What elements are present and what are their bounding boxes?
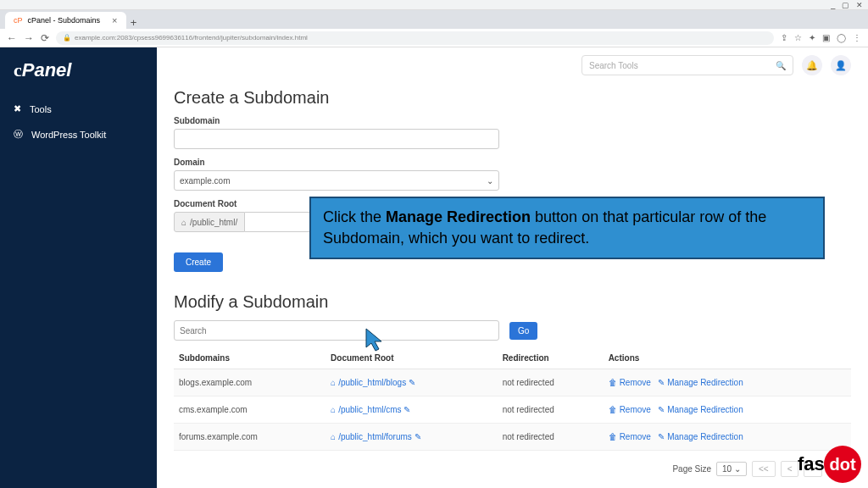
col-redirection: Redirection [498, 347, 604, 369]
subdomain-table: Subdomains Document Root Redirection Act… [174, 347, 851, 451]
bell-icon[interactable]: 🔔 [802, 55, 822, 75]
domain-select[interactable]: example.com ⌄ [174, 170, 499, 191]
star-icon[interactable]: ☆ [794, 33, 802, 42]
home-icon: ⌂ [181, 218, 186, 227]
minimize-icon[interactable]: ⎯ [831, 1, 835, 9]
window-controls: ⎯ ▢ ✕ [0, 0, 868, 10]
pencil-icon: ✎ [658, 405, 665, 414]
sidebar-item-wordpress[interactable]: ⓦ WordPress Toolkit [0, 121, 157, 147]
page-size-select[interactable]: 10 ⌄ [716, 462, 747, 476]
home-icon: ⌂ [331, 432, 336, 441]
page-first[interactable]: << [752, 461, 776, 477]
tab-title: cPanel - Subdomains [28, 16, 101, 25]
cell-redirection: not redirected [498, 369, 604, 396]
cell-subdomain: forums.example.com [174, 424, 326, 451]
tools-icon: ✖ [14, 103, 21, 114]
edit-icon[interactable]: ✎ [415, 432, 421, 441]
pencil-icon: ✎ [658, 432, 665, 441]
trash-icon: 🗑 [609, 432, 617, 441]
browser-tab[interactable]: cP cPanel - Subdomains × [5, 12, 126, 29]
subdomain-input[interactable] [174, 129, 499, 149]
remove-link[interactable]: 🗑Remove [609, 432, 651, 441]
col-subdomains: Subdomains [174, 347, 326, 369]
table-row: forums.example.com ⌂/public_html/forums … [174, 424, 851, 451]
chevron-down-icon: ⌄ [487, 176, 493, 186]
back-icon[interactable]: ← [7, 32, 17, 44]
share-icon[interactable]: ⇪ [781, 33, 787, 42]
subdomain-label: Subdomain [174, 116, 851, 125]
modify-search-input[interactable] [174, 320, 499, 341]
instruction-callout: Click the Manage Redirection button on t… [309, 197, 825, 259]
page-prev[interactable]: < [781, 461, 799, 477]
cell-redirection: not redirected [498, 424, 604, 451]
docroot-link[interactable]: ⌂/public_html/forums [331, 432, 412, 441]
forward-icon[interactable]: → [24, 32, 34, 44]
manage-redirection-link[interactable]: ✎Manage Redirection [658, 378, 743, 387]
tab-bar: cP cPanel - Subdomains × + [0, 10, 868, 29]
pencil-icon: ✎ [658, 378, 665, 387]
extension-icon[interactable]: ✦ [809, 33, 815, 42]
url-text: example.com:2083/cpsess9699636116/fronte… [75, 34, 308, 42]
manage-redirection-link[interactable]: ✎Manage Redirection [658, 432, 743, 441]
table-row: cms.example.com ⌂/public_html/cms ✎ not … [174, 396, 851, 424]
home-icon: ⌂ [331, 378, 336, 387]
maximize-icon[interactable]: ▢ [842, 1, 849, 9]
wordpress-icon: ⓦ [14, 128, 23, 141]
search-icon: 🔍 [776, 61, 786, 70]
address-bar: ← → ⟳ 🔒 example.com:2083/cpsess969963611… [0, 29, 868, 47]
profile-icon[interactable]: ◯ [837, 33, 846, 42]
close-icon[interactable]: ✕ [856, 1, 863, 9]
go-button[interactable]: Go [509, 322, 537, 340]
sidebar-label: WordPress Toolkit [31, 130, 106, 140]
remove-link[interactable]: 🗑Remove [609, 378, 651, 387]
create-heading: Create a Subdomain [174, 88, 851, 108]
trash-icon: 🗑 [609, 378, 617, 387]
sidebar: Panel ✖ Tools ⓦ WordPress Toolkit [0, 47, 157, 488]
fastdot-watermark: fast dot [798, 446, 861, 483]
user-icon[interactable]: 👤 [831, 55, 851, 75]
col-actions: Actions [604, 347, 851, 369]
lock-icon: 🔒 [63, 34, 71, 42]
home-icon: ⌂ [331, 405, 336, 414]
tab-close-icon[interactable]: × [112, 15, 117, 25]
menu-icon[interactable]: ⋮ [853, 33, 861, 42]
create-button[interactable]: Create [174, 252, 223, 272]
trash-icon: 🗑 [609, 405, 617, 414]
cell-subdomain: blogs.example.com [174, 369, 326, 396]
docroot-link[interactable]: ⌂/public_html/blogs [331, 378, 406, 387]
new-tab-button[interactable]: + [126, 16, 142, 29]
edit-icon[interactable]: ✎ [403, 405, 410, 414]
docroot-prefix: ⌂ /public_html/ [174, 212, 245, 232]
table-row: blogs.example.com ⌂/public_html/blogs ✎ … [174, 369, 851, 396]
cpanel-logo: Panel [0, 59, 157, 97]
reload-icon[interactable]: ⟳ [41, 32, 49, 44]
edit-icon[interactable]: ✎ [409, 378, 415, 387]
pagination: Page Size 10 ⌄ << < > >> [174, 461, 851, 477]
manage-redirection-link[interactable]: ✎Manage Redirection [658, 405, 743, 414]
domain-label: Domain [174, 158, 851, 167]
sidebar-label: Tools [30, 104, 52, 114]
cell-subdomain: cms.example.com [174, 396, 326, 424]
docroot-link[interactable]: ⌂/public_html/cms [331, 405, 402, 414]
remove-link[interactable]: 🗑Remove [609, 405, 651, 414]
cell-redirection: not redirected [498, 396, 604, 424]
url-field[interactable]: 🔒 example.com:2083/cpsess9699636116/fron… [56, 31, 774, 45]
puzzle-icon[interactable]: ▣ [822, 33, 830, 42]
modify-heading: Modify a Subdomain [174, 292, 851, 312]
cpanel-favicon-icon: cP [14, 16, 23, 25]
search-tools-input[interactable]: Search Tools 🔍 [581, 55, 793, 75]
col-docroot: Document Root [326, 347, 498, 369]
sidebar-item-tools[interactable]: ✖ Tools [0, 97, 157, 121]
